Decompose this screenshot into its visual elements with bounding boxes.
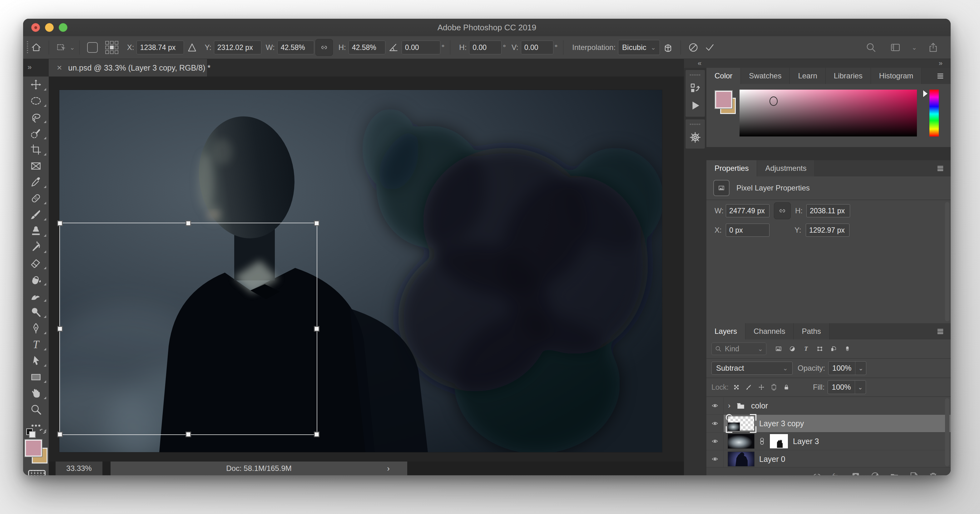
hue-slider[interactable]	[929, 90, 939, 137]
layer-style-button[interactable]: fx	[831, 471, 842, 475]
eyedropper-tool[interactable]	[23, 174, 49, 190]
foreground-color-well[interactable]	[715, 91, 732, 108]
layers-panel-menu-icon[interactable]	[936, 327, 944, 335]
lasso-tool[interactable]	[23, 109, 49, 125]
layer-x-field[interactable]	[726, 224, 770, 237]
filter-toggle-icon[interactable]	[844, 345, 851, 352]
layer-thumbnail[interactable]	[728, 416, 754, 431]
visibility-toggle[interactable]	[706, 415, 724, 432]
lock-transparency-icon[interactable]	[733, 384, 740, 391]
h-skew-field[interactable]	[469, 41, 501, 54]
foreground-color-swatch[interactable]	[25, 440, 42, 457]
add-layer-mask-button[interactable]	[851, 471, 861, 475]
visibility-toggle[interactable]	[706, 450, 724, 468]
navigator-panel-button[interactable]	[686, 129, 705, 146]
canvas-area[interactable]: 33.33% Doc: 58.1M/165.9M ›	[49, 76, 684, 475]
lock-artboard-icon[interactable]	[770, 384, 777, 391]
brush-tool[interactable]	[23, 207, 49, 223]
layer-row-layer-3-copy[interactable]: Layer 3 copy	[706, 415, 951, 433]
lock-position-icon[interactable]	[758, 384, 765, 391]
layer-row-color-group[interactable]: › color	[706, 397, 951, 415]
tab-libraries[interactable]: Libraries	[826, 68, 871, 84]
paint-bucket-tool[interactable]	[23, 271, 49, 288]
history-panel-button[interactable]	[686, 79, 705, 97]
properties-panel-menu-icon[interactable]	[936, 164, 944, 172]
dodge-tool[interactable]	[23, 304, 49, 320]
filter-shape-layers-icon[interactable]	[816, 345, 823, 352]
opacity-dropdown[interactable]: 100% ⌄	[828, 361, 866, 375]
status-expand-icon[interactable]: ›	[387, 464, 390, 473]
path-selection-tool[interactable]	[23, 353, 49, 369]
lock-pixels-icon[interactable]	[746, 384, 752, 391]
crop-tool[interactable]	[23, 142, 49, 158]
rotate-button[interactable]	[385, 39, 402, 56]
rotation-field[interactable]	[402, 41, 440, 54]
hue-slider-pointer[interactable]	[923, 90, 928, 97]
tab-channels[interactable]: Channels	[746, 323, 794, 339]
document-tab[interactable]: × un.psd @ 33.3% (Layer 3 copy, RGB/8) *	[49, 59, 207, 76]
saturation-brightness-field[interactable]	[740, 90, 917, 137]
tab-color[interactable]: Color	[706, 68, 741, 84]
link-layers-button[interactable]	[812, 471, 822, 475]
search-button[interactable]	[863, 39, 879, 56]
tab-layers[interactable]: Layers	[706, 323, 746, 339]
layers-scrollbar[interactable]	[945, 398, 950, 466]
cancel-transform-button[interactable]	[685, 39, 702, 56]
zoom-tool[interactable]	[23, 401, 49, 417]
actions-panel-button[interactable]	[686, 97, 705, 114]
home-button[interactable]	[28, 39, 45, 56]
type-tool[interactable]: T	[23, 336, 49, 353]
eraser-tool[interactable]	[23, 255, 49, 271]
layer-y-field[interactable]	[806, 224, 850, 237]
workspace-chevron-icon[interactable]: ⌄	[912, 44, 917, 51]
swap-colors-button[interactable]	[39, 428, 46, 435]
layer-width-field[interactable]	[726, 204, 770, 217]
layer-filter-dropdown[interactable]: Kind ⌄	[711, 342, 767, 355]
layer-row-layer-3[interactable]: Layer 3	[706, 433, 951, 450]
elliptical-marquee-tool[interactable]	[23, 93, 49, 109]
blend-mode-dropdown[interactable]: Subtract ⌄	[711, 361, 792, 375]
filter-adjustment-layers-icon[interactable]	[789, 345, 796, 352]
new-group-button[interactable]	[889, 471, 899, 475]
dock-collapse-chevron[interactable]: «	[698, 59, 702, 67]
x-position-field[interactable]	[137, 41, 184, 54]
pen-tool[interactable]	[23, 320, 49, 336]
new-layer-button[interactable]	[909, 471, 919, 475]
tab-swatches[interactable]: Swatches	[741, 68, 790, 84]
history-brush-tool[interactable]	[23, 239, 49, 255]
filter-smart-objects-icon[interactable]	[830, 345, 837, 352]
frame-tool[interactable]	[23, 158, 49, 174]
color-cursor[interactable]	[770, 97, 778, 106]
maintain-aspect-ratio-button[interactable]	[315, 39, 333, 56]
properties-scrollbar[interactable]	[945, 202, 950, 321]
hand-tool[interactable]	[23, 385, 49, 401]
document-size-status[interactable]: Doc: 58.1M/165.9M ›	[111, 461, 407, 475]
lock-all-icon[interactable]	[783, 384, 790, 391]
filter-type-layers-icon[interactable]: T	[803, 345, 810, 352]
workspace-switcher-button[interactable]	[887, 39, 904, 56]
tab-paths[interactable]: Paths	[794, 323, 829, 339]
tab-histogram[interactable]: Histogram	[871, 68, 921, 84]
commit-transform-button[interactable]	[702, 39, 718, 56]
spot-healing-brush-tool[interactable]	[23, 190, 49, 207]
window-titlebar[interactable]: Adobe Photoshop CC 2019	[23, 19, 951, 37]
default-colors-button[interactable]	[26, 428, 36, 438]
fill-dropdown[interactable]: 100% ⌄	[827, 380, 866, 394]
reference-point-locator[interactable]	[105, 41, 118, 54]
layer-height-field[interactable]	[807, 204, 850, 217]
relative-position-button[interactable]	[184, 39, 200, 56]
v-skew-field[interactable]	[521, 41, 554, 54]
panel-grip[interactable]	[690, 74, 700, 76]
width-scale-field[interactable]	[277, 41, 314, 54]
layer-mask-thumbnail[interactable]	[770, 434, 788, 449]
reference-point-checkbox[interactable]	[87, 42, 98, 53]
quick-mask-button[interactable]	[28, 470, 46, 475]
layer-thumbnail[interactable]	[728, 434, 754, 449]
tab-learn[interactable]: Learn	[790, 68, 826, 84]
quick-selection-tool[interactable]	[23, 125, 49, 142]
zoom-level-field[interactable]: 33.33%	[56, 461, 102, 475]
document-canvas[interactable]	[59, 90, 662, 452]
delete-layer-button[interactable]	[928, 471, 938, 475]
new-adjustment-layer-button[interactable]	[870, 471, 880, 475]
height-scale-field[interactable]	[348, 41, 385, 54]
